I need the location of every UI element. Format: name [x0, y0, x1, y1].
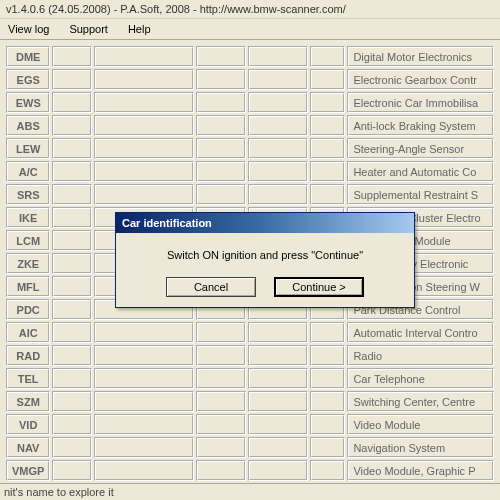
unit-desc: Steering-Angle Sensor — [347, 138, 494, 159]
unit-cell — [196, 184, 246, 205]
continue-button[interactable]: Continue > — [274, 277, 364, 297]
unit-cell — [196, 92, 246, 113]
unit-cell — [310, 345, 345, 366]
unit-desc: Electronic Car Immobilisa — [347, 92, 494, 113]
unit-cell — [52, 276, 92, 297]
unit-code[interactable]: IKE — [6, 207, 50, 228]
unit-code[interactable]: AIC — [6, 322, 50, 343]
unit-code[interactable]: PDC — [6, 299, 50, 320]
table-row[interactable]: NAVNavigation System — [6, 437, 494, 458]
unit-cell — [52, 230, 92, 251]
unit-desc: Radio — [347, 345, 494, 366]
dialog-body: Switch ON ignition and press "Continue" … — [116, 233, 414, 307]
unit-cell — [52, 345, 92, 366]
menu-view-log[interactable]: View log — [4, 21, 53, 37]
unit-cell — [52, 253, 92, 274]
unit-code[interactable]: LEW — [6, 138, 50, 159]
unit-cell — [52, 299, 92, 320]
unit-cell — [248, 69, 308, 90]
unit-cell — [310, 391, 345, 412]
unit-code[interactable]: ABS — [6, 115, 50, 136]
unit-code[interactable]: SRS — [6, 184, 50, 205]
table-row[interactable]: LEWSteering-Angle Sensor — [6, 138, 494, 159]
unit-cell — [196, 414, 246, 435]
unit-cell — [310, 368, 345, 389]
unit-cell — [248, 184, 308, 205]
unit-code[interactable]: NAV — [6, 437, 50, 458]
unit-cell — [52, 391, 92, 412]
unit-cell — [94, 437, 194, 458]
unit-code[interactable]: RAD — [6, 345, 50, 366]
unit-cell — [94, 414, 194, 435]
unit-cell — [52, 92, 92, 113]
unit-cell — [94, 322, 194, 343]
unit-cell — [52, 161, 92, 182]
cancel-button[interactable]: Cancel — [166, 277, 256, 297]
unit-code[interactable]: VMGP — [6, 460, 50, 481]
unit-cell — [52, 414, 92, 435]
unit-cell — [52, 184, 92, 205]
table-row[interactable]: AICAutomatic Interval Contro — [6, 322, 494, 343]
unit-cell — [196, 46, 246, 67]
menu-support[interactable]: Support — [65, 21, 112, 37]
unit-cell — [94, 345, 194, 366]
unit-cell — [310, 161, 345, 182]
unit-cell — [52, 368, 92, 389]
unit-desc: Navigation System — [347, 437, 494, 458]
table-row[interactable]: EWSElectronic Car Immobilisa — [6, 92, 494, 113]
table-row[interactable]: VMGPVideo Module, Graphic P — [6, 460, 494, 481]
table-row[interactable]: SZMSwitching Center, Centre — [6, 391, 494, 412]
unit-code[interactable]: A/C — [6, 161, 50, 182]
unit-cell — [94, 391, 194, 412]
unit-cell — [310, 138, 345, 159]
unit-cell — [52, 115, 92, 136]
unit-cell — [310, 92, 345, 113]
unit-cell — [52, 69, 92, 90]
unit-cell — [196, 391, 246, 412]
unit-desc: Electronic Gearbox Contr — [347, 69, 494, 90]
unit-code[interactable]: VID — [6, 414, 50, 435]
unit-code[interactable]: LCM — [6, 230, 50, 251]
unit-cell — [196, 437, 246, 458]
unit-code[interactable]: MFL — [6, 276, 50, 297]
unit-cell — [94, 460, 194, 481]
unit-cell — [196, 368, 246, 389]
table-row[interactable]: TELCar Telephone — [6, 368, 494, 389]
unit-code[interactable]: SZM — [6, 391, 50, 412]
unit-cell — [94, 161, 194, 182]
unit-cell — [248, 345, 308, 366]
table-row[interactable]: A/CHeater and Automatic Co — [6, 161, 494, 182]
menu-help[interactable]: Help — [124, 21, 155, 37]
unit-cell — [94, 138, 194, 159]
unit-desc: Video Module, Graphic P — [347, 460, 494, 481]
table-row[interactable]: VIDVideo Module — [6, 414, 494, 435]
unit-code[interactable]: EWS — [6, 92, 50, 113]
unit-code[interactable]: DME — [6, 46, 50, 67]
unit-code[interactable]: ZKE — [6, 253, 50, 274]
unit-cell — [94, 46, 194, 67]
unit-cell — [196, 322, 246, 343]
unit-cell — [52, 138, 92, 159]
unit-cell — [310, 115, 345, 136]
car-identification-dialog: Car identification Switch ON ignition an… — [115, 212, 415, 308]
unit-desc: Automatic Interval Contro — [347, 322, 494, 343]
unit-cell — [248, 138, 308, 159]
unit-cell — [94, 92, 194, 113]
unit-cell — [248, 437, 308, 458]
unit-code[interactable]: EGS — [6, 69, 50, 90]
unit-cell — [248, 460, 308, 481]
unit-cell — [310, 184, 345, 205]
table-row[interactable]: EGSElectronic Gearbox Contr — [6, 69, 494, 90]
unit-code[interactable]: TEL — [6, 368, 50, 389]
unit-cell — [52, 437, 92, 458]
table-row[interactable]: DMEDigital Motor Electronics — [6, 46, 494, 67]
dialog-message: Switch ON ignition and press "Continue" — [126, 249, 404, 261]
table-row[interactable]: SRSSupplemental Restraint S — [6, 184, 494, 205]
unit-cell — [248, 92, 308, 113]
unit-cell — [196, 69, 246, 90]
unit-desc: Car Telephone — [347, 368, 494, 389]
table-row[interactable]: RADRadio — [6, 345, 494, 366]
unit-cell — [310, 460, 345, 481]
unit-cell — [310, 414, 345, 435]
table-row[interactable]: ABSAnti-lock Braking System — [6, 115, 494, 136]
